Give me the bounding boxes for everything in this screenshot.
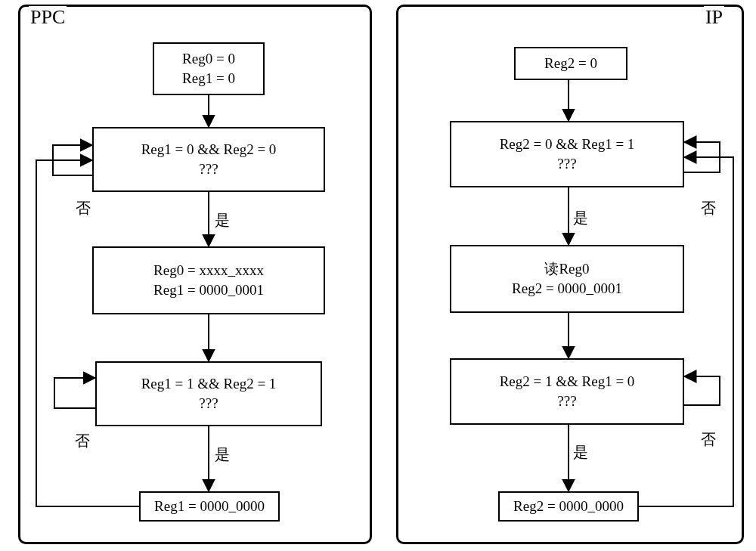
text: Reg1 = 0000_0001 [153, 280, 264, 300]
text: Reg1 = 0000_0000 [154, 497, 265, 516]
text: Reg0 = 0 [182, 49, 235, 69]
left-cond2-no: 否 [75, 431, 90, 451]
right-final-box: Reg2 = 0000_0000 [498, 491, 639, 522]
left-final-box: Reg1 = 0000_0000 [139, 491, 280, 522]
right-init-box: Reg2 = 0 [514, 47, 627, 80]
text: 读Reg0 [544, 259, 589, 279]
text: ??? [557, 154, 576, 174]
text: Reg2 = 0000_0000 [513, 497, 624, 516]
text: Reg1 = 0 [182, 69, 235, 88]
left-init-box: Reg0 = 0 Reg1 = 0 [153, 42, 265, 95]
text: Reg2 = 0 [544, 54, 597, 73]
left-cond1-yes: 是 [215, 210, 230, 231]
text: Reg2 = 0 && Reg1 = 1 [500, 135, 635, 154]
right-cond1-yes: 是 [573, 208, 588, 228]
text: ??? [199, 159, 218, 179]
right-cond2-yes: 是 [573, 442, 588, 463]
text: Reg2 = 0000_0001 [512, 279, 622, 299]
text: Reg1 = 1 && Reg2 = 1 [141, 374, 277, 394]
left-cond2-yes: 是 [215, 444, 230, 465]
right-cond2-no: 否 [701, 429, 716, 450]
diagram-canvas: PPC Reg0 = 0 Reg1 = 0 Reg1 = 0 && Reg2 =… [0, 0, 756, 551]
right-cond1-no: 否 [701, 198, 716, 218]
left-cond1-box: Reg1 = 0 && Reg2 = 0 ??? [92, 127, 325, 192]
text: ??? [199, 394, 218, 413]
left-panel-title: PPC [29, 6, 67, 29]
right-cond2-box: Reg2 = 1 && Reg1 = 0 ??? [450, 358, 684, 425]
right-panel-title: IP [704, 6, 724, 29]
text: Reg1 = 0 && Reg2 = 0 [141, 140, 277, 159]
right-assign1-box: 读Reg0 Reg2 = 0000_0001 [450, 245, 684, 313]
left-cond2-box: Reg1 = 1 && Reg2 = 1 ??? [95, 361, 322, 426]
left-assign1-box: Reg0 = xxxx_xxxx Reg1 = 0000_0001 [92, 246, 325, 314]
text: Reg0 = xxxx_xxxx [153, 261, 264, 280]
left-cond1-no: 否 [76, 198, 91, 218]
right-cond1-box: Reg2 = 0 && Reg1 = 1 ??? [450, 121, 684, 187]
text: Reg2 = 1 && Reg1 = 0 [500, 372, 635, 392]
text: ??? [557, 392, 576, 411]
